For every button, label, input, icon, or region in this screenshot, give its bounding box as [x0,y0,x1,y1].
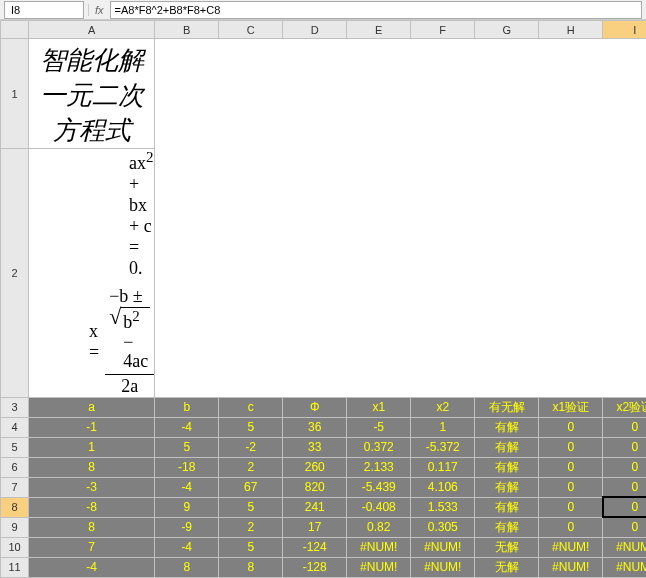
col-header-G[interactable]: G [475,21,539,39]
row-header-8[interactable]: 8 [1,497,29,517]
cell-B5[interactable]: 5 [155,437,219,457]
cell-B11[interactable]: 8 [155,557,219,577]
cell-A10[interactable]: 7 [29,537,155,557]
cell-B8[interactable]: 9 [155,497,219,517]
cell-F9[interactable]: 0.305 [411,517,475,537]
cell-G9[interactable]: 有解 [475,517,539,537]
cell-D10[interactable]: -124 [283,537,347,557]
cell-E9[interactable]: 0.82 [347,517,411,537]
cell-C9[interactable]: 2 [219,517,283,537]
cell-E11[interactable]: #NUM! [347,557,411,577]
col-header-B[interactable]: B [155,21,219,39]
cell-G8[interactable]: 有解 [475,497,539,517]
name-box[interactable] [4,1,84,19]
cell-D7[interactable]: 820 [283,477,347,497]
cell-H11[interactable]: #NUM! [539,557,603,577]
cell-F7[interactable]: 4.106 [411,477,475,497]
cell-C5[interactable]: -2 [219,437,283,457]
cell-H4[interactable]: 0 [539,417,603,437]
cell-H8[interactable]: 0 [539,497,603,517]
row-header-7[interactable]: 7 [1,477,29,497]
cell-A11[interactable]: -4 [29,557,155,577]
cell-D5[interactable]: 33 [283,437,347,457]
row-header-11[interactable]: 11 [1,557,29,577]
header-F[interactable]: x2 [411,397,475,417]
cell-E10[interactable]: #NUM! [347,537,411,557]
cell-D11[interactable]: -128 [283,557,347,577]
formula-input[interactable] [110,1,642,19]
cell-F11[interactable]: #NUM! [411,557,475,577]
cell-B4[interactable]: -4 [155,417,219,437]
cell-B6[interactable]: -18 [155,457,219,477]
cell-C6[interactable]: 2 [219,457,283,477]
cell-A9[interactable]: 8 [29,517,155,537]
col-header-A[interactable]: A [29,21,155,39]
header-C[interactable]: c [219,397,283,417]
cell-H10[interactable]: #NUM! [539,537,603,557]
select-all-corner[interactable] [1,21,29,39]
row-header-6[interactable]: 6 [1,457,29,477]
cell-H5[interactable]: 0 [539,437,603,457]
cell-G6[interactable]: 有解 [475,457,539,477]
equation-cell[interactable]: ax2 + bx + c = 0. x = −b ± √b2 − 4ac 2a [29,149,155,398]
cell-F5[interactable]: -5.372 [411,437,475,457]
cell-I11[interactable]: #NUM! [603,557,646,577]
col-header-H[interactable]: H [539,21,603,39]
title-cell[interactable]: 智能化解一元二次方程式 [29,39,155,149]
cell-E5[interactable]: 0.372 [347,437,411,457]
row-header-2[interactable]: 2 [1,149,29,398]
cell-F4[interactable]: 1 [411,417,475,437]
cell-H6[interactable]: 0 [539,457,603,477]
col-header-C[interactable]: C [219,21,283,39]
cell-I10[interactable]: #NUM! [603,537,646,557]
cell-H9[interactable]: 0 [539,517,603,537]
row-header-1[interactable]: 1 [1,39,29,149]
cell-G11[interactable]: 无解 [475,557,539,577]
cell-I6[interactable]: 0 [603,457,646,477]
header-A[interactable]: a [29,397,155,417]
col-header-I[interactable]: I [603,21,646,39]
header-E[interactable]: x1 [347,397,411,417]
row-header-5[interactable]: 5 [1,437,29,457]
cell-F10[interactable]: #NUM! [411,537,475,557]
cell-A8[interactable]: -8 [29,497,155,517]
header-G[interactable]: 有无解 [475,397,539,417]
cell-C8[interactable]: 5 [219,497,283,517]
cell-F6[interactable]: 0.117 [411,457,475,477]
cell-I9[interactable]: 0 [603,517,646,537]
cell-D6[interactable]: 260 [283,457,347,477]
cell-A7[interactable]: -3 [29,477,155,497]
cell-E8[interactable]: -0.408 [347,497,411,517]
col-header-F[interactable]: F [411,21,475,39]
cell-G10[interactable]: 无解 [475,537,539,557]
cell-D4[interactable]: 36 [283,417,347,437]
cell-H7[interactable]: 0 [539,477,603,497]
row-header-3[interactable]: 3 [1,397,29,417]
cell-A4[interactable]: -1 [29,417,155,437]
col-header-E[interactable]: E [347,21,411,39]
cell-I4[interactable]: 0 [603,417,646,437]
cell-C4[interactable]: 5 [219,417,283,437]
cell-I5[interactable]: 0 [603,437,646,457]
cell-B9[interactable]: -9 [155,517,219,537]
cell-B10[interactable]: -4 [155,537,219,557]
header-I[interactable]: x2验证 [603,397,646,417]
cell-E4[interactable]: -5 [347,417,411,437]
cell-B7[interactable]: -4 [155,477,219,497]
cell-C11[interactable]: 8 [219,557,283,577]
cell-G5[interactable]: 有解 [475,437,539,457]
cell-C7[interactable]: 67 [219,477,283,497]
header-H[interactable]: x1验证 [539,397,603,417]
cell-D9[interactable]: 17 [283,517,347,537]
col-header-D[interactable]: D [283,21,347,39]
row-header-4[interactable]: 4 [1,417,29,437]
row-header-10[interactable]: 10 [1,537,29,557]
cell-E6[interactable]: 2.133 [347,457,411,477]
cell-G7[interactable]: 有解 [475,477,539,497]
cell-C10[interactable]: 5 [219,537,283,557]
fx-icon[interactable]: fx [88,4,110,16]
cell-D8[interactable]: 241 [283,497,347,517]
cell-I8[interactable]: 0 [603,497,646,517]
header-D[interactable]: Φ [283,397,347,417]
cell-A6[interactable]: 8 [29,457,155,477]
